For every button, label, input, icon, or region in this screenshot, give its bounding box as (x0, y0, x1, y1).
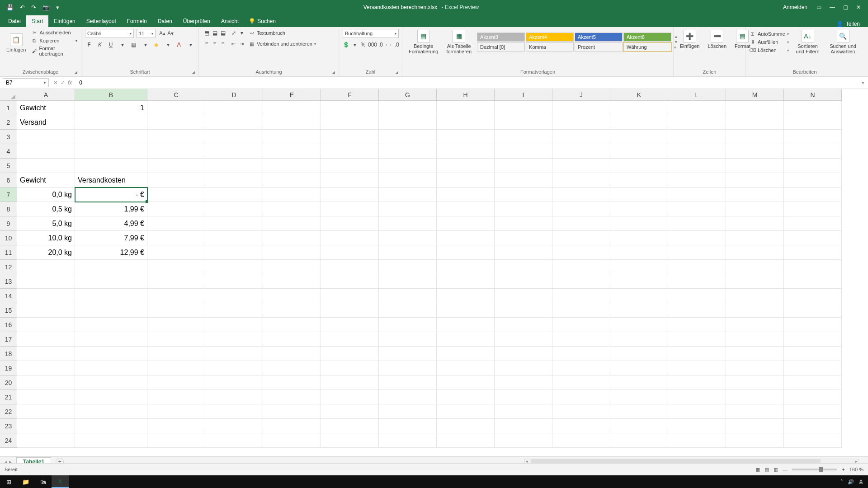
orientation-button[interactable]: ⤢ (230, 29, 238, 37)
tab-daten[interactable]: Daten (152, 15, 178, 27)
cell-D3[interactable] (205, 130, 263, 144)
cell-I3[interactable] (495, 130, 552, 144)
page-break-view-button[interactable]: ▥ (774, 467, 778, 473)
cell-B10[interactable]: 7,99 € (75, 231, 147, 245)
cell-G9[interactable] (379, 216, 437, 231)
cell-B6[interactable]: Versandkosten (75, 173, 147, 188)
cell-M22[interactable] (726, 404, 784, 419)
style-akzent5[interactable]: Akzent5 (575, 33, 623, 42)
cell-G19[interactable] (379, 361, 437, 375)
cell-G16[interactable] (379, 318, 437, 332)
cell-D15[interactable] (205, 303, 263, 318)
wrap-text-button[interactable]: ↩Textumbruch (249, 29, 285, 37)
cell-I1[interactable] (495, 101, 552, 115)
cell-M15[interactable] (726, 303, 784, 318)
cell-L12[interactable] (668, 260, 726, 274)
cell-D7[interactable] (205, 188, 263, 202)
cell-F4[interactable] (321, 144, 379, 159)
cell-I21[interactable] (495, 390, 552, 404)
font-name-combo[interactable]: Calibri▾ (85, 29, 134, 38)
cell-J2[interactable] (552, 115, 610, 130)
select-all-button[interactable] (0, 89, 17, 101)
style-komma[interactable]: Komma (526, 42, 574, 52)
cell-A7[interactable]: 0,0 kg (17, 188, 75, 202)
cell-M5[interactable] (726, 159, 784, 173)
column-header-D[interactable]: D (205, 89, 263, 101)
cell-I20[interactable] (495, 375, 552, 390)
cell-H4[interactable] (437, 144, 495, 159)
column-header-A[interactable]: A (17, 89, 75, 101)
cell-J7[interactable] (552, 188, 610, 202)
cell-B9[interactable]: 4,99 € (75, 216, 147, 231)
column-header-G[interactable]: G (379, 89, 437, 101)
cell-D22[interactable] (205, 404, 263, 419)
cell-C4[interactable] (147, 144, 205, 159)
cell-E8[interactable] (263, 202, 321, 216)
style-akzent6[interactable]: Akzent6 (623, 33, 671, 42)
cell-C20[interactable] (147, 375, 205, 390)
formula-input[interactable]: 0 (76, 80, 858, 86)
scroll-left-icon[interactable]: ◂ (526, 459, 528, 464)
cell-B4[interactable] (75, 144, 147, 159)
column-header-B[interactable]: B (75, 89, 147, 101)
row-header-13[interactable]: 13 (0, 274, 17, 289)
cell-D19[interactable] (205, 361, 263, 375)
row-header-1[interactable]: 1 (0, 101, 17, 115)
cell-B17[interactable] (75, 332, 147, 347)
cell-E20[interactable] (263, 375, 321, 390)
cell-K22[interactable] (610, 404, 668, 419)
row-header-14[interactable]: 14 (0, 289, 17, 303)
cell-K1[interactable] (610, 101, 668, 115)
row-header-8[interactable]: 8 (0, 202, 17, 216)
cell-N1[interactable] (784, 101, 842, 115)
cell-N23[interactable] (784, 419, 842, 433)
cell-I17[interactable] (495, 332, 552, 347)
cell-J18[interactable] (552, 347, 610, 361)
delete-cells-button[interactable]: ➖Löschen (705, 29, 729, 50)
cell-J21[interactable] (552, 390, 610, 404)
cell-G2[interactable] (379, 115, 437, 130)
cell-C1[interactable] (147, 101, 205, 115)
increase-indent-button[interactable]: ⇥ (238, 40, 246, 48)
cell-C22[interactable] (147, 404, 205, 419)
cell-K10[interactable] (610, 231, 668, 245)
cell-B24[interactable] (75, 433, 147, 448)
cell-A18[interactable] (17, 347, 75, 361)
column-header-H[interactable]: H (437, 89, 495, 101)
cell-D11[interactable] (205, 245, 263, 260)
cell-F24[interactable] (321, 433, 379, 448)
cell-H3[interactable] (437, 130, 495, 144)
cell-K9[interactable] (610, 216, 668, 231)
cell-G1[interactable] (379, 101, 437, 115)
cell-I4[interactable] (495, 144, 552, 159)
cell-J16[interactable] (552, 318, 610, 332)
find-select-button[interactable]: 🔍Suchen und Auswählen (827, 29, 859, 55)
cell-H18[interactable] (437, 347, 495, 361)
font-color-more[interactable]: ▾ (187, 41, 195, 49)
cell-J24[interactable] (552, 433, 610, 448)
share-button[interactable]: Teilen (846, 21, 860, 27)
cell-J15[interactable] (552, 303, 610, 318)
cell-D2[interactable] (205, 115, 263, 130)
cell-H8[interactable] (437, 202, 495, 216)
cell-G15[interactable] (379, 303, 437, 318)
cell-M1[interactable] (726, 101, 784, 115)
cell-L14[interactable] (668, 289, 726, 303)
cell-F9[interactable] (321, 216, 379, 231)
percent-button[interactable]: % (360, 41, 366, 49)
cell-A15[interactable] (17, 303, 75, 318)
cell-J5[interactable] (552, 159, 610, 173)
cell-C16[interactable] (147, 318, 205, 332)
cell-C6[interactable] (147, 173, 205, 188)
cell-E15[interactable] (263, 303, 321, 318)
cell-F8[interactable] (321, 202, 379, 216)
cell-F10[interactable] (321, 231, 379, 245)
cell-I5[interactable] (495, 159, 552, 173)
cell-F13[interactable] (321, 274, 379, 289)
cell-K3[interactable] (610, 130, 668, 144)
accounting-button[interactable]: 💲 (343, 41, 349, 49)
cell-I7[interactable] (495, 188, 552, 202)
cell-A4[interactable] (17, 144, 75, 159)
align-top-button[interactable]: ⬒ (203, 29, 211, 37)
cell-G21[interactable] (379, 390, 437, 404)
